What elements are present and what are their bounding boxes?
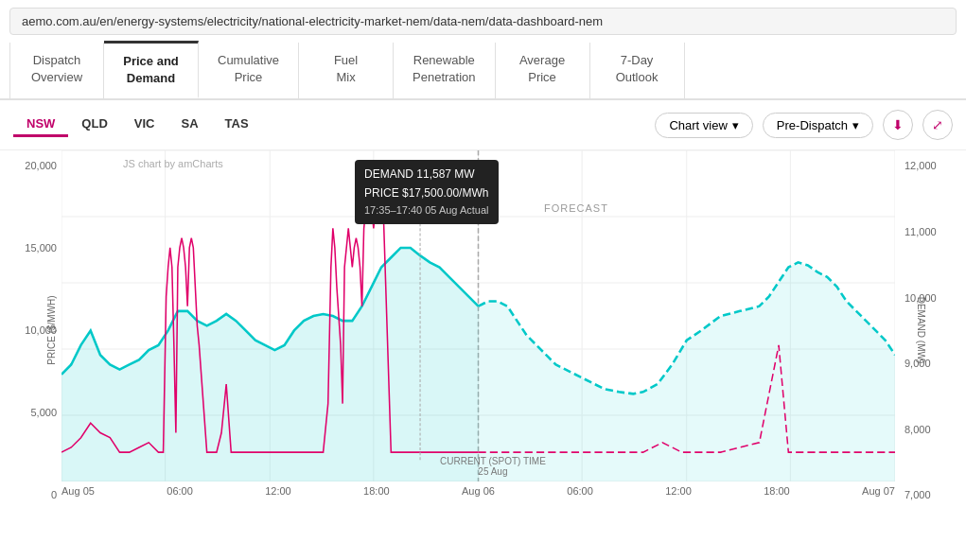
y-right-label-0: 12,000 bbox=[900, 160, 957, 171]
region-qld[interactable]: QLD bbox=[68, 113, 120, 137]
y-axis-left-title: PRICE ($/MWH) bbox=[46, 296, 57, 365]
fullscreen-button[interactable]: ⤢ bbox=[922, 110, 953, 140]
url-bar[interactable]: aemo.com.au/en/energy-systems/electricit… bbox=[9, 8, 957, 35]
x-axis: Aug 05 06:00 12:00 18:00 Aug 06 06:00 12… bbox=[61, 481, 895, 510]
x-label-3: 18:00 bbox=[363, 485, 390, 497]
current-time-label: CURRENT (SPOT) TIME 25 Aug bbox=[440, 456, 546, 477]
y-right-label-5: 7,000 bbox=[900, 489, 957, 500]
x-label-2: 12:00 bbox=[265, 485, 291, 497]
y-left-label-4: 0 bbox=[9, 489, 61, 500]
x-label-4: Aug 06 bbox=[462, 485, 495, 497]
x-label-5: 06:00 bbox=[567, 485, 593, 497]
chevron-down-icon: ▾ bbox=[852, 118, 859, 132]
region-nsw[interactable]: NSW bbox=[13, 113, 68, 137]
forecast-label: FORECAST bbox=[544, 202, 608, 214]
chart-inner: JS chart by amCharts bbox=[61, 150, 895, 481]
region-controls: Chart view ▾ Pre-Dispatch ▾ ⬇ ⤢ bbox=[655, 110, 953, 140]
chart-container: 20,000 15,000 10,000 5,000 0 12,000 11,0… bbox=[9, 150, 957, 510]
tab-average-price[interactable]: AveragePrice bbox=[496, 43, 590, 98]
x-label-0: Aug 05 bbox=[61, 485, 95, 497]
y-right-label-3: 9,000 bbox=[900, 358, 957, 369]
region-tas[interactable]: TAS bbox=[212, 113, 262, 137]
tab-price-demand[interactable]: Price andDemand bbox=[104, 41, 199, 98]
region-sa[interactable]: SA bbox=[167, 113, 211, 137]
nav-tabs: DispatchOverview Price andDemand Cumulat… bbox=[0, 43, 966, 100]
x-label-1: 06:00 bbox=[167, 485, 193, 497]
x-label-8: Aug 07 bbox=[862, 485, 895, 497]
chevron-down-icon: ▾ bbox=[732, 118, 739, 132]
y-right-label-2: 10,000 bbox=[900, 292, 957, 304]
chart-view-dropdown[interactable]: Chart view ▾ bbox=[655, 113, 752, 138]
region-bar: NSW QLD VIC SA TAS Chart view ▾ Pre-Disp… bbox=[0, 100, 966, 150]
tooltip-time: 17:35–17:40 05 Aug Actual bbox=[364, 202, 489, 219]
tab-fuel-mix[interactable]: FuelMix bbox=[299, 43, 394, 98]
chart-area: 20,000 15,000 10,000 5,000 0 12,000 11,0… bbox=[9, 150, 957, 510]
y-axis-right-title: DEMAND (MW) bbox=[916, 297, 926, 364]
y-right-label-1: 11,000 bbox=[900, 226, 957, 237]
y-right-label-4: 8,000 bbox=[900, 424, 957, 435]
y-left-label-0: 20,000 bbox=[9, 160, 61, 171]
tab-cumulative[interactable]: CumulativePrice bbox=[199, 43, 299, 98]
tooltip: DEMAND 11,587 MW PRICE $17,500.00/MWh 17… bbox=[355, 160, 499, 224]
x-label-7: 18:00 bbox=[764, 485, 790, 497]
tab-renewable[interactable]: RenewablePenetration bbox=[394, 43, 496, 98]
x-label-6: 12:00 bbox=[665, 485, 692, 497]
download-button[interactable]: ⬇ bbox=[883, 110, 913, 140]
region-vic[interactable]: VIC bbox=[121, 113, 168, 137]
amcharts-label: JS chart by amCharts bbox=[123, 158, 223, 169]
y-left-label-3: 5,000 bbox=[9, 407, 61, 418]
y-left-label-1: 15,000 bbox=[9, 242, 61, 254]
pre-dispatch-dropdown[interactable]: Pre-Dispatch ▾ bbox=[763, 113, 873, 138]
tooltip-price: PRICE $17,500.00/MWh bbox=[364, 184, 489, 202]
tooltip-demand: DEMAND 11,587 MW bbox=[364, 166, 489, 184]
y-axis-right: 12,000 11,000 10,000 9,000 8,000 7,000 bbox=[900, 150, 957, 510]
tab-dispatch[interactable]: DispatchOverview bbox=[9, 43, 104, 98]
tab-7day[interactable]: 7-DayOutlook bbox=[590, 43, 685, 98]
